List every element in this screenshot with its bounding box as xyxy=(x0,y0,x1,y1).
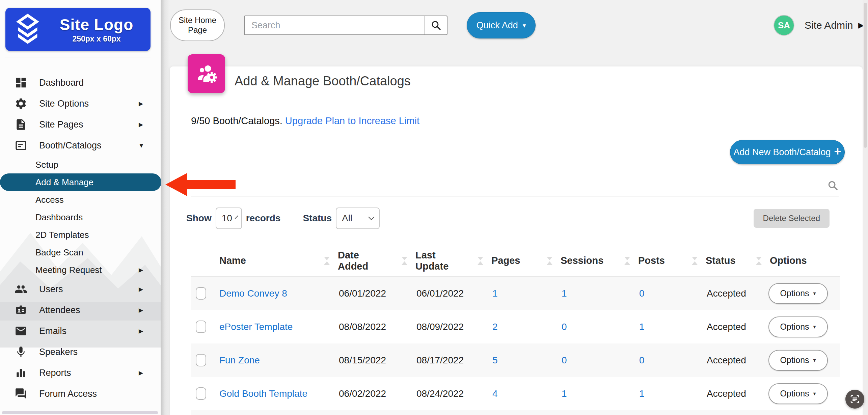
gear-icon xyxy=(13,97,28,110)
sidebar-item-add-manage[interactable]: Add & Manage xyxy=(0,173,161,191)
sessions-link[interactable]: 0 xyxy=(562,355,567,365)
add-new-booth-button[interactable]: Add New Booth/Catalog + xyxy=(730,140,845,164)
row-options-button[interactable]: Options▾ xyxy=(768,350,828,371)
sidebar-item-forum-access[interactable]: Forum Access xyxy=(0,383,161,404)
sidebar-item-label: Emails xyxy=(39,326,66,336)
col-header-status: Status xyxy=(692,255,756,266)
row-checkbox[interactable] xyxy=(196,321,206,333)
delete-selected-button[interactable]: Delete Selected xyxy=(754,209,830,228)
sidebar-item-badge-scan[interactable]: Badge Scan xyxy=(0,244,161,261)
posts-link[interactable]: 1 xyxy=(639,388,645,399)
sidebar-item-label: Site Options xyxy=(39,99,89,109)
quick-add-button[interactable]: Quick Add ▾ xyxy=(467,12,536,38)
table-row-partial xyxy=(191,410,840,415)
col-header-sessions: Sessions xyxy=(547,255,624,266)
booth-table: Name Date Added Last Update Pages Sessio… xyxy=(191,246,840,415)
sidebar-item-speakers[interactable]: Speakers xyxy=(0,341,161,362)
sort-icon[interactable] xyxy=(756,257,762,265)
vertical-scrollbar[interactable] xyxy=(863,0,868,415)
sidebar-item-label: Booth/Catalogs xyxy=(39,140,102,151)
pages-link[interactable]: 2 xyxy=(492,322,498,332)
row-options-button[interactable]: Options▾ xyxy=(768,316,828,337)
sidebar-item-site-options[interactable]: Site Options ▶ xyxy=(0,93,161,114)
booth-name-link[interactable]: Fun Zone xyxy=(219,355,260,365)
chevron-down-icon xyxy=(235,215,239,219)
main-card: Add & Manage Booth/Catalogs 9/50 Booth/C… xyxy=(170,66,863,415)
sessions-link[interactable]: 1 xyxy=(562,388,567,399)
sidebar-item-reports[interactable]: Reports ▶ xyxy=(0,362,161,383)
microphone-icon xyxy=(13,345,28,358)
limit-text: 9/50 Booth/Catalogs. xyxy=(191,115,282,126)
pages-link[interactable]: 4 xyxy=(492,388,498,399)
col-header-last-update: Last Update xyxy=(402,250,478,272)
sidebar-item-attendees[interactable]: Attendees ▶ xyxy=(0,300,161,321)
sidebar-item-access[interactable]: Access xyxy=(0,191,161,209)
app-root: Site Logo 250px x 60px Dashboard Site Op… xyxy=(0,0,868,415)
booth-name-link[interactable]: ePoster Template xyxy=(219,322,293,332)
status-cell: Accepted xyxy=(692,388,756,399)
pages-link[interactable]: 5 xyxy=(492,355,498,365)
posts-link[interactable]: 1 xyxy=(639,322,645,332)
sidebar-item-2d-templates[interactable]: 2D Templates xyxy=(0,226,161,244)
col-header-name: Name xyxy=(216,255,324,266)
posts-link[interactable]: 0 xyxy=(639,288,645,299)
row-checkbox[interactable] xyxy=(196,387,206,400)
sessions-link[interactable]: 1 xyxy=(562,288,567,299)
avatar[interactable]: SA xyxy=(774,16,794,35)
last-update-cell: 08/24/2022 xyxy=(402,388,478,399)
sidebar-item-emails[interactable]: Emails ▶ xyxy=(0,321,161,341)
caret-down-icon: ▾ xyxy=(523,22,526,29)
sidebar-item-users[interactable]: Users ▶ xyxy=(0,279,161,300)
table-search-input[interactable] xyxy=(191,180,827,191)
user-name[interactable]: Site Admin xyxy=(805,20,853,31)
sidebar-item-label: Site Pages xyxy=(39,119,83,130)
date-added-cell: 08/15/2022 xyxy=(324,355,402,366)
row-options-button[interactable]: Options▾ xyxy=(768,283,828,304)
sort-icon[interactable] xyxy=(324,257,330,265)
status-filter-select[interactable]: All xyxy=(336,208,380,229)
sidebar-item-label: Dashboard xyxy=(39,78,84,88)
limit-line: 9/50 Booth/Catalogs.Upgrade Plan to Incr… xyxy=(191,115,419,127)
global-search-input[interactable] xyxy=(244,16,425,35)
posts-link[interactable]: 0 xyxy=(639,355,645,365)
per-page-select[interactable]: 10 xyxy=(216,208,242,229)
sort-icon[interactable] xyxy=(547,257,552,265)
sidebar-item-setup[interactable]: Setup xyxy=(0,156,161,173)
global-search xyxy=(244,16,447,35)
booth-name-link[interactable]: Gold Booth Template xyxy=(219,388,307,399)
sidebar: Site Logo 250px x 60px Dashboard Site Op… xyxy=(0,0,161,415)
sort-icon[interactable] xyxy=(624,257,630,265)
sessions-link[interactable]: 0 xyxy=(562,322,567,332)
site-logo[interactable]: Site Logo 250px x 60px xyxy=(5,8,151,51)
row-checkbox[interactable] xyxy=(196,287,206,300)
upgrade-plan-link[interactable]: Upgrade Plan to Increase Limit xyxy=(285,115,419,126)
global-search-button[interactable] xyxy=(425,16,447,35)
col-header-date-added: Date Added xyxy=(324,250,402,272)
chevron-right-icon: ▶ xyxy=(139,286,143,293)
date-added-cell: 06/02/2022 xyxy=(324,388,402,399)
row-checkbox[interactable] xyxy=(196,354,206,366)
sidebar-content-divider xyxy=(161,0,170,415)
vertical-scrollbar-thumb[interactable] xyxy=(864,3,867,148)
caret-down-icon: ▾ xyxy=(813,390,816,397)
sort-icon[interactable] xyxy=(478,257,483,265)
sidebar-item-label: Users xyxy=(39,284,63,295)
sort-icon[interactable] xyxy=(692,257,698,265)
table-search xyxy=(191,175,839,196)
sidebar-item-dashboards[interactable]: Dashboards xyxy=(0,209,161,226)
screenshot-tool-button[interactable] xyxy=(845,390,864,409)
site-home-page-button[interactable]: Site Home Page xyxy=(170,9,225,41)
last-update-cell: 08/17/2022 xyxy=(402,355,478,366)
sidebar-item-meeting-request[interactable]: Meeting Request ▶ xyxy=(0,261,161,279)
sidebar-item-dashboard[interactable]: Dashboard xyxy=(0,72,161,93)
pages-link[interactable]: 1 xyxy=(492,288,498,299)
booth-name-link[interactable]: Demo Convey 8 xyxy=(219,288,287,299)
row-options-button[interactable]: Options▾ xyxy=(768,383,828,404)
forum-icon xyxy=(13,387,28,400)
logo-title: Site Logo xyxy=(49,16,144,34)
sort-icon[interactable] xyxy=(402,257,407,265)
table-row: Demo Convey 8 06/01/2022 06/01/2022 1 1 … xyxy=(191,277,840,310)
horizontal-scrollbar-thumb[interactable] xyxy=(2,411,158,414)
sidebar-item-site-pages[interactable]: Site Pages ▶ xyxy=(0,114,161,135)
sidebar-item-booth-catalogs[interactable]: Booth/Catalogs ▾ xyxy=(0,135,161,156)
